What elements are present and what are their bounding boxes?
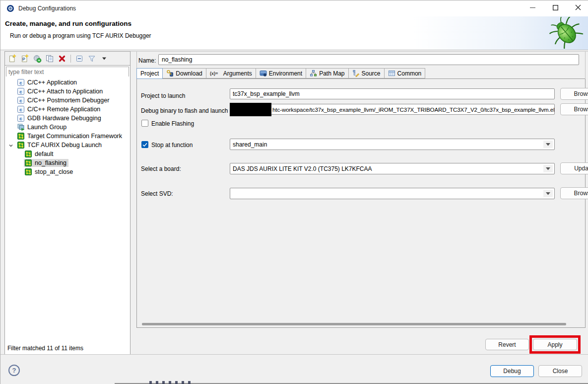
tree-item-c-c-application[interactable]: cC/C++ Application [5, 78, 130, 87]
stop-at-function-label: Stop at function [151, 142, 193, 149]
page-title: Create, manage, and run configurations [5, 20, 131, 27]
tab-path-map[interactable]: Path Map [306, 68, 348, 78]
filter-configurations-icon [87, 54, 96, 63]
tree-item-c-c-attach-to-application[interactable]: cC/C++ Attach to Application [5, 87, 130, 96]
svg-text:c: c [19, 80, 22, 85]
stop-at-function-combo[interactable]: shared_main [230, 139, 555, 150]
tree-item-no-flashing[interactable]: no_flashing [5, 158, 130, 167]
update-board-label: Update [574, 165, 588, 172]
tree-item-content: default [24, 150, 56, 158]
close-window-button[interactable] [567, 0, 588, 16]
tree-item-target-communication-framework[interactable]: Target Communication Framework [5, 132, 130, 141]
browse-svd-button[interactable]: Browse [560, 187, 588, 199]
tree-item-default[interactable]: default [5, 150, 130, 158]
tcf-icon [25, 151, 32, 157]
tree-item-stop-at-close[interactable]: stop_at_close [5, 167, 130, 176]
tab-download[interactable]: Download [163, 68, 206, 78]
maximize-icon [553, 4, 558, 12]
update-board-button[interactable]: Update [560, 162, 588, 174]
export-configurations-icon [33, 54, 42, 63]
tree-item-content: stop_at_close [24, 168, 75, 176]
collapse-all-button[interactable] [73, 53, 85, 64]
tree-item-c-c-postmortem-debugger[interactable]: cC/C++ Postmortem Debugger [5, 96, 130, 105]
c-application-icon: c [17, 79, 25, 86]
chevron-down-icon[interactable] [543, 165, 553, 172]
duplicate-configuration-button[interactable] [44, 53, 56, 64]
new-prototype-icon: P [20, 54, 29, 63]
name-input[interactable] [158, 54, 579, 65]
enable-flashing-checkbox[interactable] [141, 120, 148, 127]
delete-configuration-button[interactable] [56, 53, 68, 64]
debug-button[interactable]: Debug [490, 365, 534, 377]
close-button[interactable]: Close [538, 365, 582, 377]
tree-item-content: cGDB Hardware Debugging [16, 114, 103, 122]
arguments-icon: (x)= [210, 71, 221, 76]
minimize-button[interactable] [521, 0, 544, 16]
export-configurations-button[interactable] [31, 53, 43, 64]
view-menu-button[interactable] [98, 53, 110, 64]
tab-common[interactable]: Common [385, 68, 426, 78]
horizontal-scrollbar[interactable] [142, 323, 566, 325]
revert-button[interactable]: Revert [485, 339, 529, 350]
close-label: Close [553, 368, 568, 375]
browse-binary-button[interactable]: Browse [560, 103, 588, 115]
tab-project[interactable]: Project [136, 68, 163, 79]
chevron-down-icon[interactable] [543, 190, 553, 197]
tree-item-label: default [35, 151, 54, 157]
c-application-icon: c [17, 88, 25, 95]
panel-right-border [585, 51, 586, 79]
tree-item-content: Target Communication Framework [16, 132, 124, 140]
environment-icon [260, 70, 267, 77]
browse-project-button[interactable]: Browse [560, 88, 588, 100]
pathmap-icon [310, 70, 317, 77]
window-title: Debug Configurations [18, 5, 76, 12]
tree-item-c-c-remote-application[interactable]: cC/C++ Remote Application [5, 105, 130, 114]
browse-svd-label: Browse [574, 190, 588, 197]
stop-at-function-checkbox[interactable] [141, 141, 148, 148]
new-configuration-button[interactable] [6, 53, 18, 64]
select-svd-combo[interactable] [230, 188, 555, 199]
debug-configurations-dialog: Debug Configurations Create, manage, and… [0, 0, 588, 384]
tree-item-label: C/C++ Application [27, 79, 77, 86]
tcf-icon [17, 133, 25, 140]
select-board-combo[interactable]: DAS JDS AURIX LITE KIT V2.0 (TC375) LK7K… [230, 163, 555, 174]
tree-item-launch-group[interactable]: Launch Group [5, 123, 130, 132]
apply-highlight-annotation [529, 335, 581, 354]
tree-item-gdb-hardware-debugging[interactable]: cGDB Hardware Debugging [5, 114, 130, 123]
background-window-artifact [149, 381, 194, 384]
tab-environment[interactable]: Environment [256, 68, 306, 78]
select-board-label: Select a board: [141, 165, 181, 172]
filter-configurations-button[interactable] [86, 53, 98, 64]
tab-label: Project [140, 70, 159, 77]
tree-item-content: cC/C++ Remote Application [16, 105, 102, 113]
source-icon [352, 70, 360, 77]
tab-label: Arguments [223, 70, 252, 77]
select-svd-label: Select SVD: [141, 190, 173, 197]
chevron-down-icon[interactable] [8, 143, 13, 150]
tab-label: Common [397, 70, 422, 77]
new-prototype-button[interactable]: P [19, 53, 31, 64]
filter-box [6, 67, 129, 77]
select-board-value: DAS JDS AURIX LITE KIT V2.0 (TC375) LK7K… [233, 165, 372, 172]
tree-item-label: stop_at_close [35, 168, 73, 175]
name-label: Name: [138, 57, 156, 64]
tree-item-tcf-aurix-debug-launch[interactable]: TCF AURIX Debug Launch [5, 141, 130, 150]
filter-input[interactable] [6, 68, 129, 77]
toolbar-separator [70, 55, 71, 63]
tab-label: Path Map [319, 70, 344, 77]
config-toolbar: P [5, 52, 130, 65]
browse-project-label: Browse [574, 90, 588, 97]
tab-source[interactable]: Source [349, 68, 385, 78]
minimize-icon [530, 4, 535, 12]
project-to-launch-field[interactable]: tc37x_bsp_example_llvm [230, 88, 555, 99]
maximize-button[interactable] [544, 0, 567, 16]
checkmark-icon [142, 140, 147, 149]
titlebar: Debug Configurations [0, 0, 588, 16]
chevron-down-icon[interactable] [543, 141, 553, 148]
tab-arguments[interactable]: (x)=Arguments [206, 68, 256, 78]
view-menu-icon [102, 57, 106, 60]
config-tree: cC/C++ ApplicationcC/C++ Attach to Appli… [5, 78, 130, 342]
tree-item-label: GDB Hardware Debugging [27, 115, 101, 122]
debug-binary-field[interactable]: htc-workspace/tc37x_bsp_example_llvm/_iR… [230, 104, 555, 115]
help-button[interactable]: ? [8, 365, 20, 376]
